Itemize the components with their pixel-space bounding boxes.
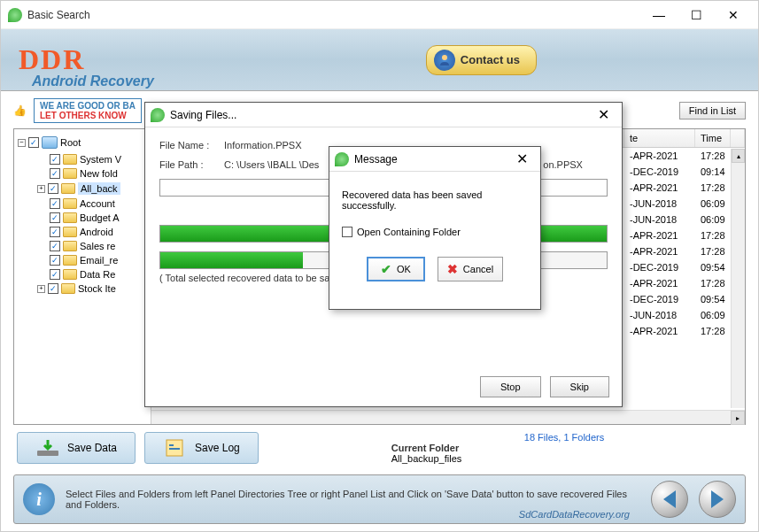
checkbox[interactable]: ✓ xyxy=(50,198,60,209)
tree-item[interactable]: +✓All_back xyxy=(37,181,147,197)
tree-item-label: Stock Ite xyxy=(78,283,116,294)
cell-date: -JUN-2018 xyxy=(624,212,695,227)
cell-time: 06:09 xyxy=(695,212,731,227)
tree-item-label: Android xyxy=(80,227,113,237)
message-titlebar: Message ✕ xyxy=(329,147,540,172)
tree-item[interactable]: ✓Account xyxy=(37,197,147,211)
nav-forward-button[interactable] xyxy=(699,481,736,518)
tree-item-label: System V xyxy=(80,154,121,165)
filepath-value: C: \Users \IBALL \Des xyxy=(224,159,319,170)
scroll-right-icon[interactable]: ▸ xyxy=(731,411,745,425)
tree-item-label: New fold xyxy=(80,168,118,179)
save-data-button[interactable]: Save Data xyxy=(17,432,136,464)
column-date[interactable]: te xyxy=(624,129,695,147)
titlebar: Basic Search — ☐ ✕ xyxy=(1,1,758,29)
filepath-tail: on.PPSX xyxy=(543,159,583,170)
filename-label: File Name : xyxy=(159,140,221,150)
filepath-label: File Path : xyxy=(159,159,221,170)
scroll-up-icon[interactable]: ▴ xyxy=(732,149,745,163)
checkbox[interactable]: ✓ xyxy=(48,183,58,194)
tree-item-label: Email_re xyxy=(80,255,118,266)
checkbox[interactable]: ✓ xyxy=(48,283,58,294)
cell-time: 09:54 xyxy=(695,291,731,307)
cancel-label: Cancel xyxy=(463,264,493,274)
tree-item[interactable]: ✓Budget A xyxy=(37,211,147,225)
footer-link[interactable]: SdCardDataRecovery.org xyxy=(519,509,630,520)
checkbox[interactable]: ✓ xyxy=(50,212,60,223)
open-folder-checkbox-row[interactable]: ✓ Open Containing Folder xyxy=(342,227,528,237)
cancel-button[interactable]: ✖ Cancel xyxy=(438,257,503,281)
saving-buttons: Stop Skip xyxy=(480,376,609,397)
cell-time: 17:28 xyxy=(695,227,731,243)
saving-close-button[interactable]: ✕ xyxy=(590,106,616,123)
folder-icon xyxy=(63,212,77,223)
checkbox[interactable]: ✓ xyxy=(50,154,60,165)
contact-us-button[interactable]: Contact us xyxy=(426,45,537,75)
message-text: Recovered data has been saved successful… xyxy=(342,189,528,211)
cell-date: -APR-2021 xyxy=(624,243,695,259)
horizontal-scrollbar[interactable]: ▸ xyxy=(151,410,745,424)
current-folder-value: All_backup_files xyxy=(391,453,462,464)
save-log-icon xyxy=(163,438,188,458)
open-folder-checkbox[interactable]: ✓ xyxy=(342,227,352,237)
tree-item[interactable]: +✓Stock Ite xyxy=(37,281,147,296)
arrow-left-icon xyxy=(663,490,676,508)
current-folder-info: 18 Files, 1 Folders Current Folder All_b… xyxy=(391,432,604,464)
tree-root-label: Root xyxy=(60,137,81,148)
tree-item[interactable]: ✓New fold xyxy=(37,166,147,181)
checkbox[interactable]: ✓ xyxy=(50,269,60,280)
tree-item[interactable]: ✓Data Re xyxy=(37,267,147,281)
folder-icon xyxy=(61,183,75,194)
message-close-button[interactable]: ✕ xyxy=(508,150,535,167)
cell-time: 09:14 xyxy=(695,164,731,180)
checkbox[interactable]: ✓ xyxy=(50,227,60,237)
ok-label: OK xyxy=(397,264,411,274)
cell-time: 17:28 xyxy=(695,180,731,196)
save-data-label: Save Data xyxy=(67,442,117,454)
skip-button[interactable]: Skip xyxy=(550,376,609,397)
tree-item[interactable]: ✓Sales re xyxy=(37,239,147,253)
cell-date: -APR-2021 xyxy=(624,227,695,243)
tree-item-label: Budget A xyxy=(80,212,120,223)
tree-item[interactable]: ✓Email_re xyxy=(37,253,147,267)
cell-time: 17:28 xyxy=(695,148,731,164)
find-in-list-button[interactable]: Find in List xyxy=(679,102,746,120)
column-time[interactable]: Time xyxy=(695,129,731,147)
tree-root[interactable]: − ✓ Root xyxy=(18,135,147,150)
brand-logo: DDR xyxy=(19,43,85,76)
collapse-icon[interactable]: − xyxy=(18,139,26,147)
checkbox[interactable]: ✓ xyxy=(50,241,60,251)
arrow-right-icon xyxy=(711,490,724,508)
expand-icon[interactable]: + xyxy=(37,285,45,293)
checkbox[interactable]: ✓ xyxy=(28,137,39,148)
save-log-button[interactable]: Save Log xyxy=(144,432,259,464)
ok-button[interactable]: ✔ OK xyxy=(367,257,425,281)
save-data-icon xyxy=(35,438,60,458)
tree-item[interactable]: ✓Android xyxy=(37,225,147,239)
svg-rect-1 xyxy=(37,451,58,456)
current-folder-label: Current Folder xyxy=(391,443,459,453)
tree-item[interactable]: ✓System V xyxy=(37,152,147,166)
filename-value: Information.PPSX xyxy=(224,140,301,150)
saving-dialog-title: Saving Files... xyxy=(170,109,236,121)
file-count-link[interactable]: 18 Files, 1 Folders xyxy=(524,432,604,443)
tree-item-label: Sales re xyxy=(80,241,115,251)
header-banner: DDR Android Recovery Contact us xyxy=(1,29,758,91)
tree-children: ✓System V✓New fold+✓All_back✓Account✓Bud… xyxy=(37,152,147,296)
cell-date: -APR-2021 xyxy=(624,275,695,291)
nav-back-button[interactable] xyxy=(651,481,688,518)
feedback-slogan: WE ARE GOOD OR BA LET OTHERS KNOW xyxy=(34,98,142,123)
folder-icon xyxy=(63,198,77,209)
action-bar: Save Data Save Log 18 Files, 1 Folders C… xyxy=(13,425,746,471)
folder-tree[interactable]: − ✓ Root ✓System V✓New fold+✓All_back✓Ac… xyxy=(14,129,151,424)
maximize-button[interactable]: ☐ xyxy=(678,4,714,26)
stop-button[interactable]: Stop xyxy=(480,376,541,397)
minimize-button[interactable]: — xyxy=(641,4,677,26)
vertical-scrollbar[interactable]: ▴ xyxy=(731,149,745,408)
checkbox[interactable]: ✓ xyxy=(50,168,60,179)
close-button[interactable]: ✕ xyxy=(716,4,751,26)
folder-icon xyxy=(63,241,77,251)
folder-icon xyxy=(63,154,77,165)
expand-icon[interactable]: + xyxy=(37,185,45,193)
checkbox[interactable]: ✓ xyxy=(50,255,60,266)
